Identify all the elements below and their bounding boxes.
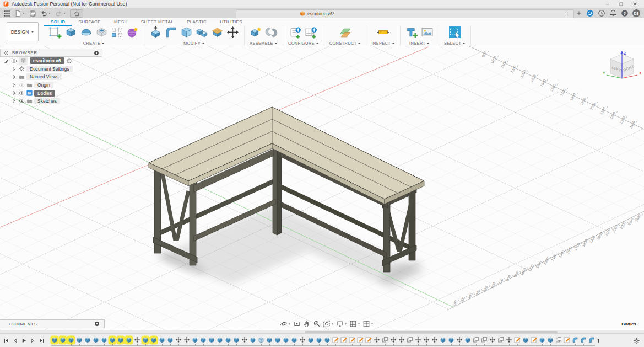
timeline-feature-extrude[interactable]	[233, 337, 240, 344]
timeline-feature-move[interactable]	[431, 337, 438, 344]
timeline-feature-move[interactable]	[175, 337, 182, 344]
timeline-feature-extrude[interactable]	[283, 337, 289, 344]
timeline-feature-sketch[interactable]	[357, 337, 364, 344]
timeline-feature-move[interactable]	[506, 337, 512, 344]
qat-app-grid-button[interactable]	[3, 10, 10, 17]
visibility-eye-icon[interactable]	[19, 90, 25, 96]
timeline-feature-extrude[interactable]	[225, 337, 231, 344]
timeline-feature-sketch[interactable]	[365, 337, 372, 344]
create-sketch-button[interactable]	[49, 26, 62, 41]
playback-skip-end-icon[interactable]	[39, 338, 45, 344]
timeline-feature-sketch[interactable]	[514, 337, 521, 344]
playback-step-back-icon[interactable]	[12, 338, 18, 344]
configuration-table-button[interactable]	[305, 26, 317, 41]
playback-play-icon[interactable]	[21, 338, 27, 344]
window-close-icon[interactable]	[632, 2, 637, 7]
timeline-feature-extrude[interactable]	[84, 337, 91, 344]
ribbon-group-label[interactable]: CREATE	[83, 41, 105, 46]
timeline-feature-copy[interactable]	[473, 337, 479, 344]
browser-item-label[interactable]: Document Settings	[26, 66, 73, 72]
timeline-feature-move[interactable]	[489, 337, 496, 344]
qat-file-button[interactable]	[14, 10, 25, 17]
ribbon-group-label[interactable]: MODIFY	[183, 41, 205, 46]
timeline-feature-extrude[interactable]	[159, 337, 165, 344]
move-copy-button[interactable]	[226, 26, 239, 41]
timeline-feature-copy[interactable]	[407, 337, 413, 344]
timeline-feature-extrude[interactable]	[109, 337, 116, 344]
browser-item-named-views[interactable]: Named Views	[0, 73, 105, 81]
browser-root-label[interactable]: escritorio v6	[30, 57, 64, 64]
timeline-feature-extrude[interactable]	[539, 337, 545, 344]
timeline-feature-extrude[interactable]	[68, 337, 74, 344]
qat-save-button[interactable]	[29, 10, 36, 17]
timeline-position-marker[interactable]	[596, 336, 600, 345]
timeline-feature-extrude[interactable]	[59, 337, 66, 344]
collapse-panel-icon[interactable]	[3, 50, 9, 56]
job-status-icon[interactable]	[586, 9, 594, 17]
browser-item-document-settings[interactable]: Document Settings	[0, 65, 105, 73]
timeline-feature-move[interactable]	[423, 337, 430, 344]
measure-button[interactable]	[377, 26, 389, 41]
ribbon-tab-sheet-metal[interactable]: SHEET METAL	[134, 18, 180, 26]
timeline-feature-sketch[interactable]	[564, 337, 570, 344]
configuration-button[interactable]	[289, 26, 302, 41]
viewport-3d[interactable]: 9001000110012001300140015001600170018001…	[0, 46, 644, 330]
view-cube[interactable]: LEFT FRONT X Y Z	[602, 50, 642, 90]
timeline-feature-sketch[interactable]	[531, 337, 537, 344]
playback-skip-start-icon[interactable]	[3, 338, 9, 344]
timeline-feature-move[interactable]	[398, 337, 405, 344]
window-minimize-icon[interactable]	[605, 2, 610, 7]
timeline-feature-extrude[interactable]	[117, 337, 124, 344]
new-tab-icon[interactable]	[576, 10, 582, 16]
nav-viewports-button[interactable]	[362, 320, 374, 328]
timeline-feature-extrude[interactable]	[200, 337, 207, 344]
timeline-feature-extrude[interactable]	[93, 337, 99, 344]
timeline-feature-extrude[interactable]	[324, 337, 331, 344]
playback-step-forward-icon[interactable]	[30, 338, 36, 344]
comments-expand-icon[interactable]	[94, 321, 100, 327]
help-icon[interactable]: ?	[621, 9, 629, 17]
user-avatar[interactable]: DS	[632, 9, 640, 17]
hole-button[interactable]	[95, 26, 108, 41]
ribbon-group-label[interactable]: CONSTRUCT	[329, 41, 361, 46]
ribbon-group-label[interactable]: SELECT	[444, 41, 466, 46]
ribbon-tab-surface[interactable]: SURFACE	[72, 18, 107, 26]
timeline-feature-move[interactable]	[134, 337, 140, 344]
timeline-feature-fillet[interactable]	[588, 337, 595, 344]
timeline-feature-extrude[interactable]	[192, 337, 198, 344]
expand-arrow-icon[interactable]	[11, 74, 17, 80]
construction-plane-button[interactable]	[339, 26, 351, 41]
rectangular-pattern-button[interactable]	[111, 26, 123, 41]
nav-zoom-button[interactable]	[313, 320, 321, 328]
timeline-feature-copy[interactable]	[497, 337, 504, 344]
browser-item-origin[interactable]: Origin	[0, 81, 105, 89]
timeline-feature-copy[interactable]	[555, 337, 562, 344]
combine-button[interactable]	[196, 26, 208, 41]
nav-look-at-button[interactable]	[293, 320, 301, 328]
design-menu-button[interactable]: DESIGN	[7, 22, 39, 41]
timeline-feature-copy[interactable]	[382, 337, 388, 344]
timeline-feature-extrude[interactable]	[150, 337, 157, 344]
ribbon-tab-utilities[interactable]: UTILITIES	[213, 18, 249, 26]
box-primitive-button[interactable]	[64, 26, 77, 41]
browser-item-bodies[interactable]: Bodies	[0, 89, 105, 97]
timeline-feature-extrude[interactable]	[464, 337, 471, 344]
qat-undo-button[interactable]	[40, 10, 51, 17]
browser-item-label[interactable]: Sketches	[34, 98, 60, 104]
timeline-feature-extrude[interactable]	[142, 337, 149, 344]
document-tab[interactable]: escritorio v6*	[236, 9, 574, 18]
timeline-feature-extrude[interactable]	[167, 337, 174, 344]
browser-item-label[interactable]: Named Views	[26, 73, 62, 80]
timeline-feature-extrude[interactable]	[448, 337, 454, 344]
timeline-feature-move[interactable]	[456, 337, 463, 344]
ribbon-tab-mesh[interactable]: MESH	[107, 18, 134, 26]
expand-arrow-icon[interactable]	[11, 90, 17, 96]
joint-button[interactable]	[265, 26, 278, 41]
timeline-feature-move[interactable]	[241, 337, 248, 344]
expand-arrow-icon[interactable]	[11, 98, 17, 104]
timeline-feature-extrude[interactable]	[51, 337, 58, 344]
timeline-feature-extrude[interactable]	[266, 337, 273, 344]
nav-pan-button[interactable]	[303, 320, 311, 328]
qat-redo-button[interactable]	[55, 10, 66, 17]
home-view-button[interactable]	[70, 9, 83, 18]
